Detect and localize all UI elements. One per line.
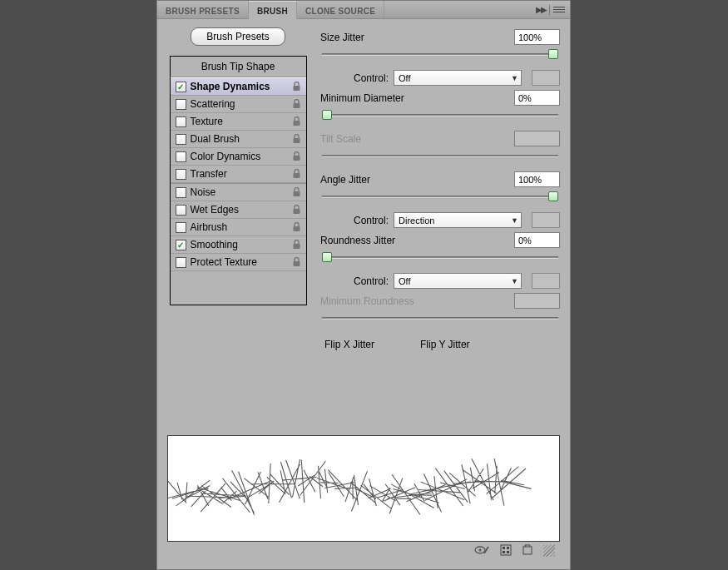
svg-point-12 [479,548,482,551]
min-diameter-value[interactable]: 0% [514,90,560,106]
brush-tip-shape-header[interactable]: Brush Tip Shape [171,57,306,77]
size-control-extra-button[interactable] [532,70,560,86]
brush-panel: BRUSH PRESETS BRUSH CLONE SOURCE ▶▶ Brus… [156,0,571,570]
option-checkbox[interactable] [176,116,186,127]
lock-icon[interactable] [291,186,303,198]
svg-rect-15 [507,547,509,549]
svg-rect-18 [523,547,532,554]
svg-rect-4 [294,156,300,161]
option-checkbox[interactable] [176,240,186,250]
option-checkbox[interactable] [176,99,186,110]
round-control-label: Control: [342,275,389,287]
tab-brush-presets[interactable]: BRUSH PRESETS [157,1,249,18]
option-checkbox[interactable] [176,134,186,145]
option-wet-edges[interactable]: Wet Edges [171,201,306,219]
option-label: Noise [191,186,216,198]
round-control-select[interactable]: Off▼ [394,273,522,289]
option-dual-brush[interactable]: Dual Brush [171,131,306,148]
option-label: Shape Dynamics [191,81,270,92]
flip-x-label: Flip X Jitter [324,339,374,350]
new-preset-icon[interactable] [522,544,533,558]
option-checkbox[interactable] [176,151,186,162]
option-airbrush[interactable]: Airbrush [171,219,306,236]
option-label: Wet Edges [191,204,239,216]
separator [549,5,550,15]
size-jitter-label: Size Jitter [320,32,441,43]
svg-rect-10 [294,261,300,266]
preset-manager-icon[interactable] [500,544,512,558]
tab-clone-source[interactable]: CLONE SOURCE [297,1,384,18]
option-label: Transfer [191,168,227,180]
option-checkbox[interactable] [176,169,186,180]
option-noise[interactable]: Noise [171,184,306,201]
brush-presets-button[interactable]: Brush Presets [191,27,285,46]
lock-icon[interactable] [291,116,303,127]
left-column: Brush Presets Brush Tip Shape Shape Dyna… [167,27,309,427]
lock-icon[interactable] [291,151,303,162]
option-checkbox[interactable] [176,82,186,92]
svg-rect-16 [503,551,505,553]
chevron-down-icon: ▼ [511,74,518,82]
tab-bar: BRUSH PRESETS BRUSH CLONE SOURCE ▶▶ [157,1,570,19]
chevron-down-icon: ▼ [511,277,518,285]
collapse-icon[interactable]: ▶▶ [536,5,546,14]
lock-icon[interactable] [291,204,303,216]
min-roundness-value [514,293,560,309]
min-diameter-label: Minimum Diameter [320,92,441,104]
svg-rect-9 [294,244,300,249]
option-transfer[interactable]: Transfer [171,166,306,183]
lock-icon[interactable] [291,81,303,92]
svg-rect-5 [294,173,300,178]
panel-menu-icon[interactable] [553,5,565,15]
angle-jitter-value[interactable]: 100% [514,171,560,187]
angle-jitter-slider[interactable] [548,191,558,201]
svg-rect-1 [294,103,300,108]
option-texture[interactable]: Texture [171,113,306,131]
lock-icon[interactable] [291,256,303,268]
option-label: Smoothing [191,239,238,250]
tab-brush[interactable]: BRUSH [249,1,297,19]
lock-icon[interactable] [291,168,303,180]
roundness-jitter-value[interactable]: 0% [514,232,560,248]
option-label: Texture [191,116,223,127]
flip-y-label: Flip Y Jitter [420,339,470,350]
min-roundness-label: Minimum Roundness [320,295,441,307]
round-control-extra-button[interactable] [532,273,560,289]
size-jitter-slider[interactable] [548,49,558,59]
angle-control-select[interactable]: Direction▼ [394,212,522,228]
option-smoothing[interactable]: Smoothing [171,236,306,254]
resize-grip[interactable] [543,545,555,557]
option-shape-dynamics[interactable]: Shape Dynamics [171,77,306,96]
min-diameter-slider[interactable] [322,110,332,120]
tilt-scale-value [514,131,560,146]
svg-rect-7 [294,209,300,214]
svg-rect-0 [294,86,300,91]
svg-rect-2 [294,121,300,126]
svg-rect-6 [294,191,300,196]
svg-rect-13 [501,545,511,555]
toggle-preview-icon[interactable] [473,544,490,558]
option-checkbox[interactable] [176,187,186,198]
option-protect-texture[interactable]: Protect Texture [171,254,306,271]
lock-icon[interactable] [291,239,303,250]
option-checkbox[interactable] [176,257,186,268]
svg-rect-14 [503,547,505,549]
roundness-jitter-label: Roundness Jitter [320,235,441,246]
lock-icon[interactable] [291,221,303,233]
lock-icon[interactable] [291,133,303,145]
size-control-label: Control: [342,72,389,84]
option-checkbox[interactable] [176,205,186,216]
option-color-dynamics[interactable]: Color Dynamics [171,148,306,166]
settings-column: Size Jitter 100% Control: Off▼ Minimum D… [320,27,560,427]
option-scattering[interactable]: Scattering [171,96,306,113]
svg-rect-3 [294,138,300,143]
svg-rect-8 [294,226,300,231]
angle-control-extra-button[interactable] [532,212,560,228]
brush-options-list: Brush Tip Shape Shape DynamicsScattering… [170,56,307,305]
size-control-select[interactable]: Off▼ [394,70,522,86]
lock-icon[interactable] [291,98,303,110]
roundness-jitter-slider[interactable] [322,252,332,262]
size-jitter-value[interactable]: 100% [514,29,560,45]
svg-rect-17 [507,551,509,553]
option-checkbox[interactable] [176,222,186,233]
